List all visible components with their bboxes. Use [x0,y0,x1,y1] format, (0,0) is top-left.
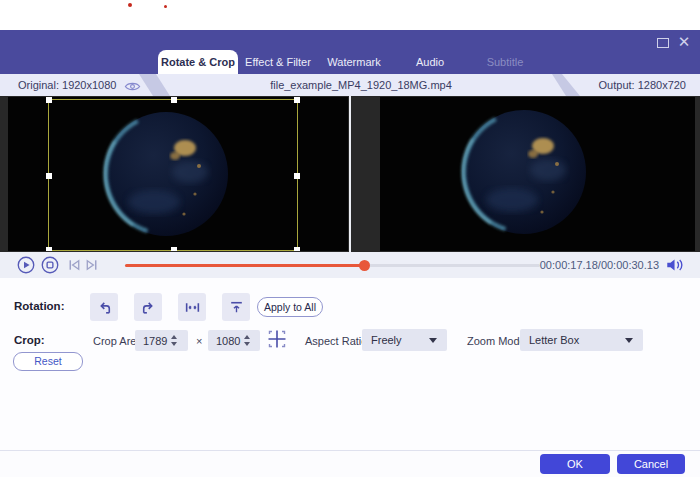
footer-bar: OK Cancel [0,450,700,477]
tab-subtitle[interactable]: Subtitle [472,50,538,74]
crop-handle[interactable] [46,97,52,103]
output-resolution-label: Output: 1280x720 [562,74,700,96]
time-display: 00:00:17.18/00:00:30.13 [540,259,659,271]
play-icon[interactable] [17,256,35,278]
apply-to-all-button[interactable]: Apply to All [257,297,323,317]
stepper-arrows-icon[interactable] [171,335,177,346]
earth-image [456,104,592,240]
multiply-sign: × [196,335,202,347]
settings-panel: Rotation: [0,278,700,450]
tab-watermark[interactable]: Watermark [320,50,388,74]
info-bar: Original: 1920x1080 file_example_MP4_192… [0,74,700,96]
chevron-down-icon [625,338,633,343]
crop-width-input[interactable] [135,335,169,347]
rotate-left-button[interactable] [90,293,118,321]
flip-vertical-button[interactable] [222,293,250,321]
progress-fill [125,264,364,267]
ok-button[interactable]: OK [540,454,610,474]
tab-rotate-crop[interactable]: Rotate & Crop [158,50,238,74]
crop-handle[interactable] [171,247,177,251]
crop-selection-box[interactable] [48,99,298,251]
crop-handle[interactable] [46,173,52,179]
cancel-button[interactable]: Cancel [617,454,685,474]
close-button[interactable]: ✕ [676,34,692,50]
preview-area [0,96,700,252]
progress-handle[interactable] [359,260,370,271]
rotate-right-icon [140,299,157,316]
center-crop-icon[interactable] [266,328,288,354]
crop-handle[interactable] [294,97,300,103]
zoom-mode-select[interactable]: Letter Box [520,329,643,351]
eye-preview-icon[interactable] [124,78,141,96]
crop-handle[interactable] [294,247,300,251]
output-video-preview [380,97,695,251]
crop-height-input[interactable] [208,335,242,347]
flip-vertical-icon [228,299,245,316]
previous-frame-icon[interactable] [67,258,82,276]
aspect-ratio-select[interactable]: Freely [362,329,447,351]
flip-horizontal-button[interactable] [178,293,206,321]
aspect-ratio-label: Aspect Ratio: [305,335,370,347]
crop-label: Crop: [14,334,45,346]
reset-button[interactable]: Reset [13,352,83,371]
crop-handle[interactable] [171,97,177,103]
original-video-preview [8,97,348,251]
crop-handle[interactable] [46,247,52,251]
tab-audio[interactable]: Audio [400,50,460,74]
titlebar: ✕ Rotate & Crop Effect & Filter Watermar… [0,30,700,74]
next-frame-icon[interactable] [84,258,99,276]
rotate-crop-dialog: ✕ Rotate & Crop Effect & Filter Watermar… [0,0,700,477]
crop-height-stepper [208,330,260,351]
original-resolution-label: Original: 1920x1080 [0,74,153,96]
flip-horizontal-icon [184,299,201,316]
playback-bar: 00:00:17.18/00:00:30.13 [0,252,700,278]
red-dot [128,3,132,7]
rotate-right-button[interactable] [134,293,162,321]
file-name: file_example_MP4_1920_18MG.mp4 [156,74,566,96]
chevron-down-icon [429,338,437,343]
maximize-button[interactable] [657,38,669,48]
rotate-left-icon [96,299,113,316]
crop-handle[interactable] [294,173,300,179]
rotation-label: Rotation: [14,300,64,312]
seek-bar[interactable] [125,264,540,267]
stepper-arrows-icon[interactable] [244,335,250,346]
crop-width-stepper [135,330,188,351]
tab-effect-filter[interactable]: Effect & Filter [242,50,314,74]
stop-icon[interactable] [41,256,59,278]
top-strip [0,0,700,30]
preview-divider [349,96,351,252]
red-dot [164,5,167,8]
volume-icon[interactable] [665,257,685,277]
